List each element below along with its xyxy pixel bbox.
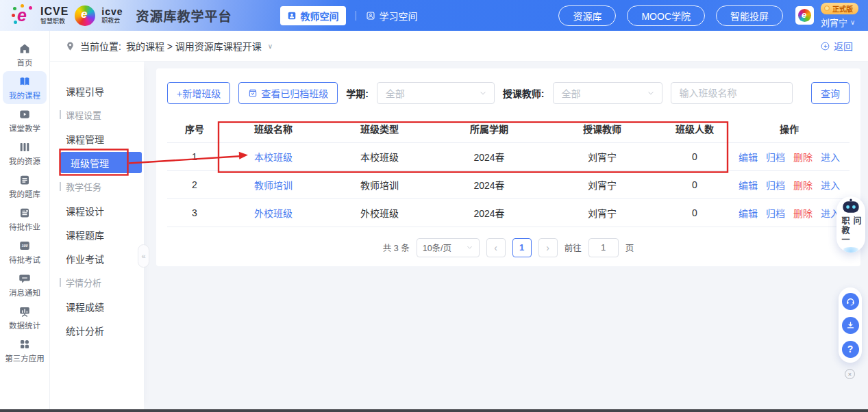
assistant-widget[interactable]: 职教一问 [836,196,865,253]
cell-teacher: 刘宵宁 [544,170,660,198]
download-button[interactable] [842,317,859,334]
teacher-select[interactable]: 全部 [553,82,662,104]
view-archived-button[interactable]: 查看已归档班级 [238,82,338,104]
submenu-item-course-management[interactable]: 课程管理 [50,127,144,151]
archive-link[interactable]: 归档 [766,152,785,163]
table-row: 1 本校班级 本校班级 2024春 刘宵宁 0 编辑归档删除进入 [167,142,850,170]
resource-library-button[interactable]: 资源库 [558,5,616,26]
cell-student-count: 0 [660,142,729,170]
prev-page-button[interactable] [486,238,506,257]
sidebar-item-classroom[interactable]: 课堂教学 [3,104,47,137]
sidebar-item-home[interactable]: 首页 [3,38,47,71]
user-cluster: 正式版 刘宵宁 [795,3,858,29]
enter-link[interactable]: 进入 [821,152,840,163]
robot-icon [841,198,861,215]
edit-link[interactable]: 编辑 [739,208,758,219]
breadcrumb-bar: 当前位置: 我的课程 > 调用资源库课程开课 ∨ 返回 [50,31,868,62]
avatar[interactable] [795,6,814,25]
sidebar-item-messages[interactable]: 消息通知 [3,268,47,301]
avatar-logo-icon [798,9,811,22]
add-class-button[interactable]: +新增班级 [167,82,230,104]
assistant-label: 职教一问 [839,216,863,253]
platform-title: 资源库教学平台 [136,6,232,25]
nav-divider [356,11,356,21]
submenu-item-statistical-analysis[interactable]: 统计分析 [50,318,144,342]
submenu-item-course-guide[interactable]: 课程引导 [50,79,144,103]
col-header-semester: 所属学期 [434,115,544,142]
sidebar-item-label: 首页 [17,57,33,68]
next-page-button[interactable] [538,238,558,257]
submenu-item-course-question-bank[interactable]: 课程题库 [50,222,144,246]
submenu-item-course-design[interactable]: 课程设计 [50,198,144,222]
submenu-item-course-grades[interactable]: 课程成绩 [50,294,144,318]
archive-link[interactable]: 归档 [766,208,785,219]
logo-dot [14,21,17,24]
teacher-space-icon [287,11,297,21]
version-badge: 正式版 [821,3,858,14]
tab-learning-space[interactable]: 学习空间 [366,9,418,23]
sidebar-item-third-party-apps[interactable]: 第三方应用 [3,334,47,367]
bottom-bar [0,409,868,412]
cell-operations: 编辑归档删除进入 [729,142,850,170]
semester-label: 学期: [346,86,369,100]
current-page-button[interactable]: 1 [512,238,532,257]
sidebar-item-my-courses[interactable]: 我的课程 [3,71,47,104]
home-icon [18,42,31,55]
help-button[interactable] [842,341,859,358]
edit-link[interactable]: 编辑 [739,152,758,163]
smart-cast-button[interactable]: 智能投屏 [716,5,783,26]
zjy-logo-icon [75,5,95,26]
teacher-space-label: 教师空间 [301,9,339,23]
sidebar-item-pending-homework[interactable]: 待批作业 [3,203,47,235]
breadcrumb-path[interactable]: 我的课程 > 调用资源库课程开课 [126,39,262,53]
delete-link[interactable]: 删除 [793,152,813,163]
sidebar-item-pending-exams[interactable]: 100 待批考试 [3,235,47,268]
class-name-input[interactable] [671,82,793,104]
enter-link[interactable]: 进入 [821,180,840,191]
search-button[interactable]: 查询 [811,82,850,104]
sidebar-item-label: 第三方应用 [5,352,45,363]
delete-link[interactable]: 删除 [793,208,813,219]
class-name-link[interactable]: 本校班级 [254,152,293,163]
submenu-item-class-management[interactable]: 班级管理 [60,152,142,173]
submenu-section-course-settings: 课程设置 [50,103,144,127]
course-submenu: 课程引导 课程设置 课程管理 班级管理 教学任务 课程设计 课程题库 作业考试 … [50,62,144,409]
page-size-select[interactable]: 10条/页 [417,238,480,257]
learning-space-icon [366,11,375,21]
icve-brand-sub: 智慧职教 [40,18,69,25]
pagination-total: 共 3 条 [383,241,410,254]
chevron-down-icon [479,89,487,97]
edit-link[interactable]: 编辑 [739,180,758,191]
back-button[interactable]: 返回 [820,39,853,53]
submenu-item-homework-exam[interactable]: 作业考试 [50,246,144,270]
classroom-icon [18,108,31,120]
tab-teacher-space[interactable]: 教师空间 [280,6,346,25]
user-menu[interactable]: 刘宵宁 [821,16,855,29]
col-header-index: 序号 [167,115,222,142]
username-label: 刘宵宁 [821,16,847,29]
icve-logo-icon: e [12,4,34,27]
sidebar-item-question-bank[interactable]: 我的题库 [3,170,47,203]
chevron-down-icon[interactable]: ∨ [268,42,273,50]
class-name-link[interactable]: 外校班级 [254,208,293,219]
class-name-link[interactable]: 教师培训 [254,180,293,191]
back-label: 返回 [834,39,853,53]
customer-service-button[interactable] [842,293,859,310]
delete-link[interactable]: 删除 [793,180,813,191]
sidebar-item-my-resources[interactable]: 我的资源 [3,137,47,170]
courses-icon [18,75,31,88]
cell-class-type: 教师培训 [325,170,434,198]
semester-select[interactable]: 全部 [377,82,495,104]
mooc-college-button[interactable]: MOOC学院 [627,5,705,26]
goto-page-input[interactable] [588,238,619,257]
close-floating-button[interactable] [845,369,855,379]
logo-dot [29,6,32,10]
class-table: 序号 班级名称 班级类型 所属学期 授课教师 班级人数 操作 1 本校班级 本校… [167,115,850,227]
table-row: 3 外校班级 外校班级 2024春 刘宵宁 0 编辑归档删除进入 [167,198,850,227]
statistics-icon [18,305,31,318]
sidebar-item-statistics[interactable]: 数据统计 [3,301,47,334]
logo-dot [12,14,15,17]
submenu-collapse-button[interactable] [138,244,149,268]
icve-logo-text: ICVE 智慧职教 [40,6,69,25]
archive-link[interactable]: 归档 [766,180,785,191]
